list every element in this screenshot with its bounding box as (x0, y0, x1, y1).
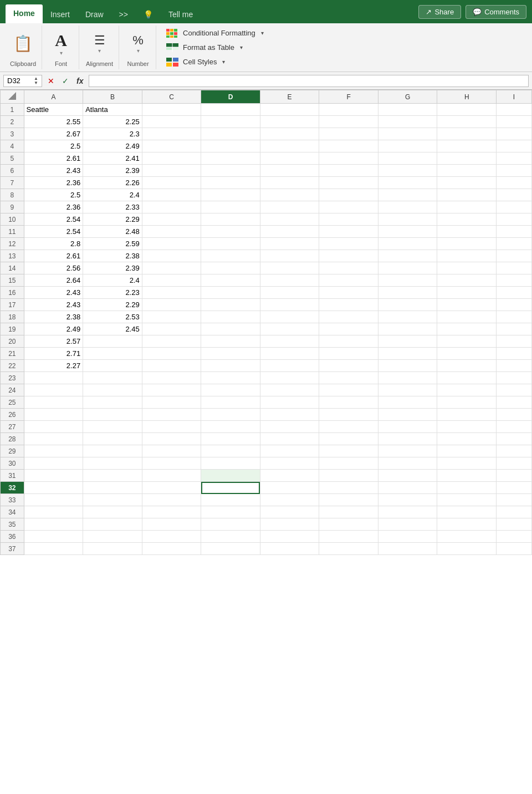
cell-D7[interactable] (201, 177, 260, 189)
cell-B30[interactable] (83, 457, 142, 470)
cell-A13[interactable]: 2.61 (24, 250, 83, 262)
cell-I10[interactable] (496, 213, 531, 226)
cell-A4[interactable]: 2.5 (24, 140, 83, 152)
cell-D31[interactable] (201, 470, 260, 482)
cell-E22[interactable] (260, 360, 319, 372)
cell-A22[interactable]: 2.27 (24, 360, 83, 372)
cell-D1[interactable] (201, 104, 260, 116)
cell-E23[interactable] (260, 372, 319, 384)
cell-H4[interactable] (437, 140, 497, 152)
cell-H8[interactable] (437, 189, 497, 201)
cell-B31[interactable] (83, 470, 142, 482)
cell-B21[interactable] (83, 348, 142, 360)
cell-E21[interactable] (260, 348, 319, 360)
insert-function-button[interactable]: fx (74, 75, 85, 86)
cell-I3[interactable] (496, 128, 531, 140)
cell-G20[interactable] (378, 335, 437, 348)
cell-A11[interactable]: 2.54 (24, 226, 83, 238)
cell-B36[interactable] (83, 531, 142, 543)
cell-C8[interactable] (142, 189, 201, 201)
cell-D22[interactable] (201, 360, 260, 372)
cell-A1[interactable]: Seattle (24, 104, 83, 116)
cell-C5[interactable] (142, 152, 201, 165)
cell-G5[interactable] (378, 152, 437, 165)
cell-I27[interactable] (496, 421, 531, 433)
cell-G30[interactable] (378, 457, 437, 470)
cell-D13[interactable] (201, 250, 260, 262)
cell-H25[interactable] (437, 396, 497, 409)
cell-E17[interactable] (260, 299, 319, 311)
cell-A24[interactable] (24, 384, 83, 396)
cell-D27[interactable] (201, 421, 260, 433)
cell-B4[interactable]: 2.49 (83, 140, 142, 152)
cell-F9[interactable] (319, 201, 378, 213)
cell-B37[interactable] (83, 543, 142, 555)
cell-G24[interactable] (378, 384, 437, 396)
cell-C24[interactable] (142, 384, 201, 396)
cell-I9[interactable] (496, 201, 531, 213)
cell-A5[interactable]: 2.61 (24, 152, 83, 165)
cell-B32[interactable] (83, 482, 142, 494)
cell-I14[interactable] (496, 262, 531, 274)
cell-G18[interactable] (378, 311, 437, 323)
cell-H2[interactable] (437, 116, 497, 128)
cell-H16[interactable] (437, 287, 497, 299)
tab-draw[interactable]: Draw (78, 6, 111, 23)
cell-F16[interactable] (319, 287, 378, 299)
cell-F1[interactable] (319, 104, 378, 116)
cell-I25[interactable] (496, 396, 531, 409)
cell-A8[interactable]: 2.5 (24, 189, 83, 201)
cell-B12[interactable]: 2.59 (83, 238, 142, 250)
cell-B33[interactable] (83, 494, 142, 506)
cell-G29[interactable] (378, 445, 437, 457)
cell-C23[interactable] (142, 372, 201, 384)
cell-G32[interactable] (378, 482, 437, 494)
cell-A32[interactable] (24, 482, 83, 494)
cell-I2[interactable] (496, 116, 531, 128)
cell-B3[interactable]: 2.3 (83, 128, 142, 140)
cell-A17[interactable]: 2.43 (24, 299, 83, 311)
cell-D19[interactable] (201, 323, 260, 335)
cell-G34[interactable] (378, 506, 437, 518)
cell-F22[interactable] (319, 360, 378, 372)
cell-F37[interactable] (319, 543, 378, 555)
cell-C1[interactable] (142, 104, 201, 116)
cell-E3[interactable] (260, 128, 319, 140)
cell-I32[interactable] (496, 482, 531, 494)
cell-D12[interactable] (201, 238, 260, 250)
cell-A26[interactable] (24, 409, 83, 421)
cell-I29[interactable] (496, 445, 531, 457)
cell-B34[interactable] (83, 506, 142, 518)
cell-G23[interactable] (378, 372, 437, 384)
cell-C15[interactable] (142, 274, 201, 287)
cell-D2[interactable] (201, 116, 260, 128)
cell-H10[interactable] (437, 213, 497, 226)
cell-E11[interactable] (260, 226, 319, 238)
cell-I31[interactable] (496, 470, 531, 482)
cell-F34[interactable] (319, 506, 378, 518)
cell-F8[interactable] (319, 189, 378, 201)
cell-E6[interactable] (260, 165, 319, 177)
cell-F28[interactable] (319, 433, 378, 445)
cell-E31[interactable] (260, 470, 319, 482)
cell-D24[interactable] (201, 384, 260, 396)
cell-C17[interactable] (142, 299, 201, 311)
cell-C13[interactable] (142, 250, 201, 262)
cell-H34[interactable] (437, 506, 497, 518)
cell-C26[interactable] (142, 409, 201, 421)
cell-D26[interactable] (201, 409, 260, 421)
tab-tell-me[interactable]: Tell me (161, 6, 201, 23)
cell-I17[interactable] (496, 299, 531, 311)
cell-D10[interactable] (201, 213, 260, 226)
cell-H31[interactable] (437, 470, 497, 482)
cell-I4[interactable] (496, 140, 531, 152)
cell-G1[interactable] (378, 104, 437, 116)
cell-I34[interactable] (496, 506, 531, 518)
cell-F7[interactable] (319, 177, 378, 189)
cell-A34[interactable] (24, 506, 83, 518)
cell-G16[interactable] (378, 287, 437, 299)
cell-D8[interactable] (201, 189, 260, 201)
cell-B11[interactable]: 2.48 (83, 226, 142, 238)
cell-C9[interactable] (142, 201, 201, 213)
cell-A27[interactable] (24, 421, 83, 433)
